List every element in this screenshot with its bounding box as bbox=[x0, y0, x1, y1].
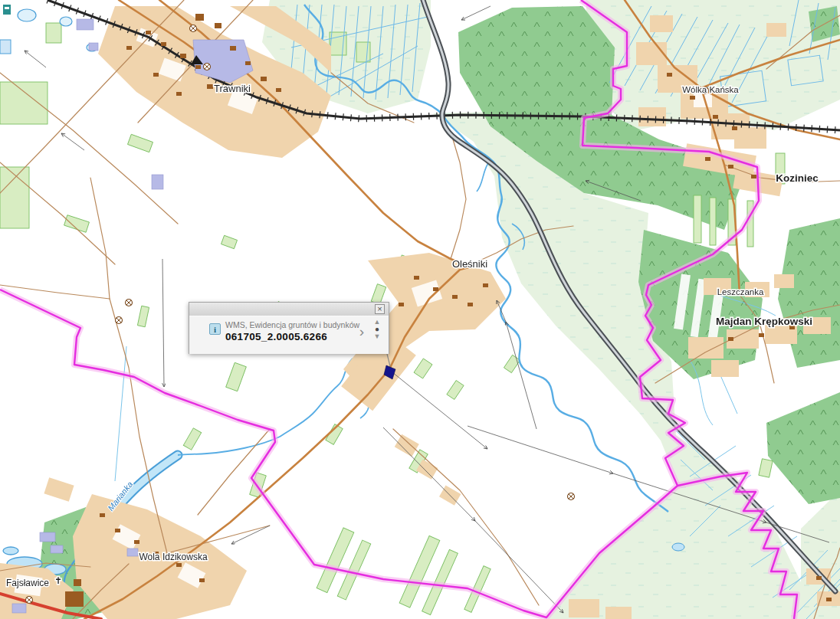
label-trawniki: Trawniki bbox=[214, 83, 251, 94]
close-icon[interactable]: × bbox=[375, 304, 385, 314]
label-koziniec: Koziniec bbox=[776, 172, 819, 184]
label-fajslawice: Fajsławice bbox=[6, 578, 49, 588]
label-leszczanka: Leszczanka bbox=[717, 287, 764, 296]
label-olesniki: Oleśniki bbox=[452, 258, 487, 270]
label-wolka-kanska: Wólka Kańska bbox=[682, 85, 739, 94]
popup-header[interactable]: × bbox=[189, 303, 389, 316]
popup-texts: WMS, Ewidencja gruntów i budynków 061705… bbox=[225, 320, 359, 342]
map-canvas[interactable]: Trawniki Oleśniki Wólka Kańska Koziniec … bbox=[0, 0, 840, 619]
info-icon: i bbox=[209, 323, 221, 335]
wms-source-label: WMS, Ewidencja gruntów i budynków bbox=[225, 320, 359, 329]
label-majdan-krepkowski: Majdan Krępkowski bbox=[716, 316, 812, 327]
church-cross-icon: ✝ bbox=[54, 575, 62, 586]
popup-body: i WMS, Ewidencja gruntów i budynków 0617… bbox=[189, 316, 389, 354]
pager-down-icon[interactable]: ▼ bbox=[372, 333, 382, 340]
map-viewer: Trawniki Oleśniki Wólka Kańska Koziniec … bbox=[0, 0, 840, 619]
parcel-id: 061705_2.0005.6266 bbox=[225, 331, 359, 342]
feature-info-popup: × i WMS, Ewidencja gruntów i budynków 06… bbox=[189, 302, 389, 354]
expand-chevron-icon[interactable]: › bbox=[359, 324, 364, 339]
label-wola-idzikowska: Wola Idzikowska bbox=[139, 552, 207, 562]
result-pager: ▲ ● ▼ bbox=[372, 319, 382, 340]
